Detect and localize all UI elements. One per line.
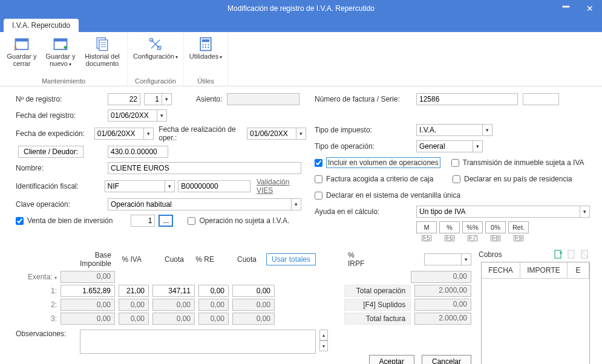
serie-input[interactable] xyxy=(523,93,559,105)
svg-point-18 xyxy=(208,47,209,48)
r1-re[interactable] xyxy=(198,285,229,297)
document-history-icon xyxy=(93,36,111,53)
svg-point-14 xyxy=(205,44,206,45)
incluir-vol-checkbox[interactable] xyxy=(315,159,322,167)
fecha-reg-input[interactable] xyxy=(108,109,157,122)
r3-cuota[interactable] xyxy=(152,313,195,325)
suplidos-label[interactable]: [F4] Suplidos xyxy=(344,299,411,311)
ribbon-group-utiles: Útiles xyxy=(197,76,214,86)
r3-cuota2[interactable] xyxy=(232,313,275,325)
r2-base[interactable] xyxy=(61,299,115,311)
nregistro-sub-drop[interactable]: ▾ xyxy=(162,93,172,105)
f6-label: [F6] xyxy=(439,235,460,241)
row3-label: 3: xyxy=(16,314,57,323)
fecha-reg-drop[interactable]: ▾ xyxy=(157,109,167,122)
fecha-exp-drop[interactable]: ▾ xyxy=(144,128,154,140)
usar-totales-button[interactable]: Usar totales xyxy=(266,253,316,265)
tipo-op-label: Tipo de operación: xyxy=(315,142,416,151)
pais-checkbox[interactable] xyxy=(453,175,460,183)
row1-label: 1: xyxy=(16,287,57,295)
obs-spin-down[interactable]: ▼ xyxy=(319,340,328,351)
delete-doc-icon[interactable] xyxy=(580,250,590,259)
calc-ret-button[interactable]: Ret. xyxy=(508,221,529,233)
tipo-imp-drop[interactable]: ▾ xyxy=(483,124,492,136)
cliente-code-input[interactable] xyxy=(108,146,168,158)
nregistro-input[interactable] xyxy=(108,93,140,105)
clave-op-select[interactable] xyxy=(108,198,292,210)
criterio-caja-checkbox[interactable] xyxy=(315,175,322,183)
incluir-vol-label: Incluir en volumen de operaciones xyxy=(326,157,440,168)
minimize-button[interactable]: ‒ xyxy=(554,0,578,17)
svg-point-13 xyxy=(202,44,203,45)
op-no-sujeta-checkbox[interactable] xyxy=(188,217,195,225)
ayuda-drop[interactable]: ▾ xyxy=(580,206,590,218)
save-close-button[interactable]: Guardar y cerrar xyxy=(4,33,40,76)
tab-iva-repercutido[interactable]: I.V.A. Repercutido xyxy=(4,19,79,32)
tot-op-label: Total operación xyxy=(344,285,411,297)
r1-cuota2[interactable] xyxy=(232,285,275,297)
obs-spin-up[interactable]: ▲ xyxy=(319,330,328,340)
calc-pct-button[interactable]: % xyxy=(439,221,460,233)
irpf-type-drop[interactable]: ▾ xyxy=(462,253,471,265)
r3-re[interactable] xyxy=(198,313,229,325)
nregistro-sub-input[interactable] xyxy=(144,93,162,105)
r2-cuota[interactable] xyxy=(152,299,195,311)
fecha-exp-input[interactable] xyxy=(94,128,144,140)
utilities-button[interactable]: Utilidades▾ xyxy=(188,33,224,76)
venta-bien-checkbox[interactable] xyxy=(16,217,24,225)
r1-cuota[interactable] xyxy=(152,285,195,297)
r1-base[interactable] xyxy=(61,285,115,297)
venta-bien-num-input[interactable] xyxy=(131,215,155,227)
ventanilla-label: Declarar en el sistema de ventanilla úni… xyxy=(326,191,460,200)
pais-label: Declarar en su país de residencia xyxy=(464,175,572,183)
validacion-vies-link[interactable]: Validación VIES xyxy=(257,178,306,195)
save-new-button[interactable]: Guardar y nuevo▾ xyxy=(42,33,79,76)
calc-0pct-button[interactable]: 0% xyxy=(485,221,506,233)
calc-pctpct-button[interactable]: %% xyxy=(462,221,483,233)
numfact-input[interactable] xyxy=(416,93,518,105)
close-button[interactable]: ✕ xyxy=(578,0,602,17)
idfiscal-tipo-select[interactable] xyxy=(105,180,165,192)
ribbon-group-mantenimiento: Mantenimiento xyxy=(42,76,85,86)
nombre-label: Nombre: xyxy=(16,164,108,172)
nombre-input[interactable] xyxy=(108,162,301,174)
col-base: Base Imponible xyxy=(61,250,115,269)
r1-iva[interactable] xyxy=(119,285,149,297)
tipo-imp-select[interactable] xyxy=(416,124,483,136)
r3-base[interactable] xyxy=(61,313,115,325)
ventanilla-checkbox[interactable] xyxy=(315,192,322,200)
tot-fac-label: Total factura xyxy=(344,313,411,325)
calc-m-button[interactable]: M xyxy=(416,221,437,233)
chevron-down-icon: ▾ xyxy=(69,62,71,67)
edit-doc-icon[interactable] xyxy=(567,250,577,259)
venta-bien-label: Venta de bien de inversión xyxy=(27,216,113,225)
obs-textarea[interactable] xyxy=(80,330,316,354)
r2-iva[interactable] xyxy=(119,299,149,311)
r2-cuota2[interactable] xyxy=(232,299,275,311)
r2-re[interactable] xyxy=(198,299,229,311)
venta-bien-browse-button[interactable]: ... xyxy=(159,215,173,227)
ayuda-select[interactable] xyxy=(416,206,580,218)
idfiscal-input[interactable] xyxy=(178,180,250,192)
transmision-checkbox[interactable] xyxy=(451,159,459,167)
clave-op-drop[interactable]: ▾ xyxy=(292,198,301,210)
irpf-type-select[interactable] xyxy=(424,253,462,265)
transmision-label: Transmisión de inmueble sujeta a IVA xyxy=(463,158,584,167)
col-cuota: Cuota xyxy=(145,254,188,265)
new-doc-icon[interactable] xyxy=(554,250,563,259)
fecha-real-input[interactable] xyxy=(247,128,296,140)
fecha-real-drop[interactable]: ▾ xyxy=(296,128,306,140)
cobros-table[interactable]: FECHA IMPORTE E xyxy=(481,262,590,364)
history-button[interactable]: Historial del documento xyxy=(81,33,123,76)
row2-label: 2: xyxy=(16,301,57,309)
tipo-op-select[interactable] xyxy=(416,140,473,152)
fecha-real-label: Fecha de realización de oper.: xyxy=(159,125,241,142)
cancelar-button[interactable]: Cancelar xyxy=(422,355,471,364)
r3-iva[interactable] xyxy=(119,313,149,325)
fecha-exp-label: Fecha de expedición: xyxy=(16,129,94,138)
cliente-deudor-button[interactable]: Cliente / Deudor: xyxy=(18,146,83,158)
aceptar-button[interactable]: Aceptar xyxy=(369,355,414,364)
idfiscal-tipo-drop[interactable]: ▾ xyxy=(165,180,175,192)
config-button[interactable]: Configuración▾ xyxy=(131,33,180,76)
tipo-op-drop[interactable]: ▾ xyxy=(473,140,483,152)
